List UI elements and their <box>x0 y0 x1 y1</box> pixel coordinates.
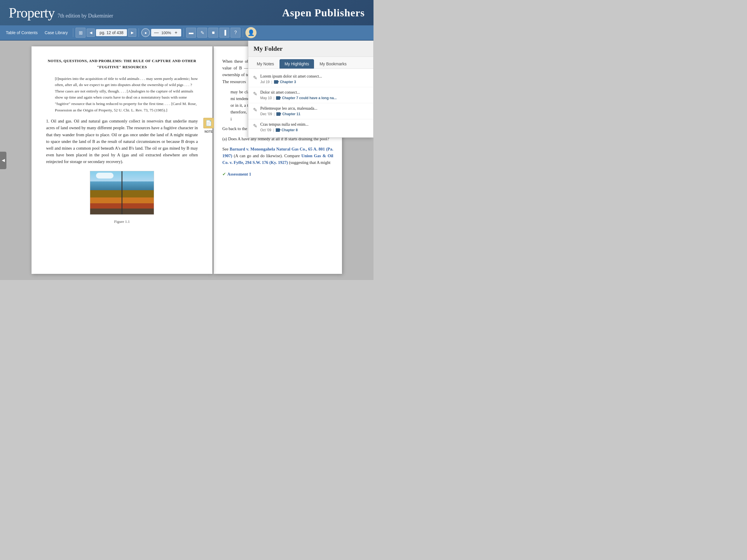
app-header: Property 7th edition by Dukeminier Aspen… <box>0 0 374 25</box>
highlight-chapter-1: Chapter 3 <box>280 80 296 84</box>
meta-sep-1: | <box>272 80 272 84</box>
edit-icon-1[interactable]: ✎ <box>253 75 257 81</box>
edit-icon-3[interactable]: ✎ <box>253 107 257 113</box>
my-folder-panel: My Folder My Notes My Highlights My Book… <box>248 41 374 138</box>
figure-caption: Figure 1.1 <box>46 219 198 225</box>
user-icon: 👤 <box>248 29 255 36</box>
case-library-button[interactable]: Case Library <box>42 29 71 37</box>
highlight-chapter-4: Chapter 8 <box>282 128 298 132</box>
meta-sep-3: | <box>274 112 275 116</box>
tab-my-highlights[interactable]: My Highlights <box>280 59 314 69</box>
minus-icon: — <box>154 30 159 35</box>
note-label: NOTE <box>205 130 213 134</box>
zoom-value: 100% <box>161 31 171 35</box>
grid-icon: ⊞ <box>79 30 83 35</box>
assessment-row: ✔ Assessment 1 <box>222 171 333 178</box>
right-cases: See Barnard v. Monongahela Natural Gas C… <box>222 146 333 166</box>
highlight-content-1: Lorem ipsum dolor sit amet consect... Ju… <box>260 74 368 84</box>
highlight-chapter-3: Chapter 11 <box>282 112 300 116</box>
section-title: NOTES, QUESTIONS, AND PROBLEMS: THE RULE… <box>46 58 198 70</box>
highlight-text-4: Cras tempus nulla sed enim... <box>260 122 368 127</box>
highlight-date-4: Oct '09 <box>260 128 272 132</box>
next-page-button[interactable]: ▶ <box>128 29 136 37</box>
page-area: NOTES, QUESTIONS, AND PROBLEMS: THE RULE… <box>0 41 374 280</box>
toolbar-separator-4 <box>243 28 243 37</box>
folder-highlights-list: ✎ Lorem ipsum dolor sit amet consect... … <box>248 69 373 137</box>
tab-my-bookmarks[interactable]: My Bookmarks <box>314 59 352 69</box>
highlight-meta-2: May 10 | Chapter 7 could have a long na.… <box>260 96 368 100</box>
main-area: ◀ NOTES, QUESTIONS, AND PROBLEMS: THE RU… <box>0 41 374 280</box>
notes-icon: ▐ <box>223 30 226 35</box>
highlight-content-2: Dolor sit amet consect... May 10 | Chapt… <box>260 90 368 100</box>
union-case-link[interactable]: Union Gas & Oil Co. v. Fyffe, 294 S.W. 1… <box>222 153 333 165</box>
right-arrow-icon: ▶ <box>131 31 134 35</box>
book-title-main: Property <box>9 5 55 21</box>
main-toolbar: Table of Contents Case Library ⊞ ◀ pg. 1… <box>0 25 374 41</box>
prev-page-nav[interactable]: ◀ <box>0 152 6 169</box>
chapter-icon-2 <box>276 96 280 100</box>
notes-button[interactable]: ▐ <box>220 28 229 37</box>
print-button[interactable]: ▬ <box>186 28 196 37</box>
edit-icon-2[interactable]: ✎ <box>253 91 257 97</box>
highlight-item-3: ✎ Pellentesque leo arcu, malesuada... De… <box>248 103 373 119</box>
my-folder-title: My Folder <box>248 41 373 57</box>
drill-line <box>122 171 123 214</box>
question-icon: ? <box>234 30 237 35</box>
note-symbol: 📄 <box>205 119 212 128</box>
highlight-item-4: ✎ Cras tempus nulla sed enim... Oct '09 … <box>248 119 373 135</box>
zoom-out-button[interactable]: — <box>153 30 159 35</box>
bookmark-button[interactable]: ■ <box>208 28 218 37</box>
prev-page-button[interactable]: ◀ <box>87 29 95 37</box>
highlight-date-3: Dec '09 <box>260 112 272 116</box>
highlight-chapter-2: Chapter 7 could have a long na... <box>282 96 336 100</box>
highlight-item-1: ✎ Lorem ipsum dolor sit amet consect... … <box>248 71 373 87</box>
highlight-meta-3: Dec '09 | Chapter 11 <box>260 112 368 116</box>
highlight-date-1: Jul 19 <box>260 80 269 84</box>
chapter-icon-4 <box>276 128 280 132</box>
print-icon: ▬ <box>189 30 194 35</box>
figure-container: Figure 1.1 <box>46 171 198 224</box>
pencil-icon: ✎ <box>201 30 204 35</box>
highlight-text-1: Lorem ipsum dolor sit amet consect... <box>260 74 368 79</box>
zoom-in-button[interactable]: + <box>173 30 179 35</box>
edit-icon-4[interactable]: ✎ <box>253 123 257 129</box>
profile-button[interactable]: 👤 <box>246 27 257 38</box>
oil-gas-paragraph: 1. Oil and gas. Oil and natural gas comm… <box>46 118 198 165</box>
highlight-text-3: Pellentesque leo arcu, malesuada... <box>260 106 368 111</box>
zoom-control: — 100% + <box>151 29 181 36</box>
publisher-name: Aspen Publishers <box>282 7 365 19</box>
bookmark-icon: ■ <box>212 30 215 35</box>
note-icon[interactable]: 📄 <box>203 118 214 128</box>
toolbar-separator-1 <box>73 28 73 37</box>
indent-quote: [I]nquiries into the acquisition of titl… <box>46 76 198 113</box>
book-title: Property 7th edition by Dukeminier <box>9 5 113 21</box>
edit-button[interactable]: ✎ <box>197 28 207 37</box>
toolbar-separator-3 <box>183 28 184 37</box>
toolbar-separator-2 <box>138 28 139 37</box>
highlight-content-4: Cras tempus nulla sed enim... Oct '09 | … <box>260 122 368 132</box>
circle-button[interactable]: ● <box>141 28 150 37</box>
chapter-icon-3 <box>276 112 280 116</box>
help-button[interactable]: ? <box>231 28 240 37</box>
left-book-page: NOTES, QUESTIONS, AND PROBLEMS: THE RULE… <box>31 46 212 274</box>
left-arrow-icon: ◀ <box>89 31 92 35</box>
highlight-item-2: ✎ Dolor sit amet consect... May 10 | Cha… <box>248 87 373 103</box>
highlight-content-3: Pellentesque leo arcu, malesuada... Dec … <box>260 106 368 116</box>
table-of-contents-button[interactable]: Table of Contents <box>3 29 41 37</box>
plus-icon: + <box>175 30 177 35</box>
note-icon-area[interactable]: 📄 NOTE <box>203 118 214 134</box>
my-folder-tabs: My Notes My Highlights My Bookmarks <box>248 57 373 69</box>
chapter-icon-1 <box>274 80 278 84</box>
thumbnail-view-button[interactable]: ⊞ <box>76 28 85 37</box>
highlight-text-2: Dolor sit amet consect... <box>260 90 368 95</box>
meta-sep-2: | <box>274 96 274 100</box>
meta-sep-4: | <box>273 128 274 132</box>
highlight-date-2: May 10 <box>260 96 272 100</box>
highlight-meta-1: Jul 19 | Chapter 3 <box>260 80 368 84</box>
tab-my-notes[interactable]: My Notes <box>252 59 279 69</box>
check-icon: ✔ <box>222 171 226 178</box>
assessment-link[interactable]: Assessment 1 <box>227 171 251 178</box>
page-indicator: pg. 12 of 438 <box>96 29 127 36</box>
cloud-layer <box>96 173 113 179</box>
book-title-edition: 7th edition by Dukeminier <box>57 13 113 19</box>
